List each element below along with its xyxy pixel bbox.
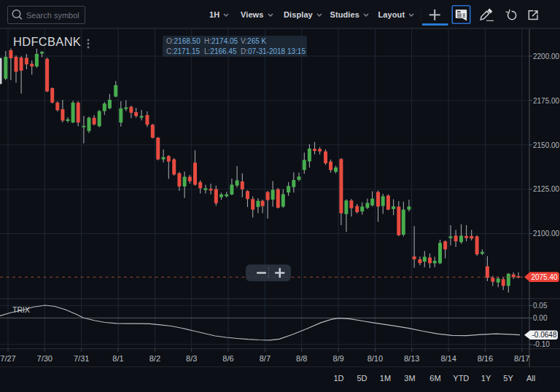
svg-text:8/3: 8/3: [186, 354, 197, 363]
svg-text:8/13: 8/13: [404, 354, 419, 363]
svg-text:-0.10: -0.10: [533, 340, 550, 348]
svg-text:TRIX: TRIX: [12, 305, 30, 314]
svg-text:8/16: 8/16: [478, 354, 493, 363]
svg-text:2125.00: 2125.00: [533, 185, 560, 193]
svg-text:2175.00: 2175.00: [533, 97, 560, 105]
svg-text:8/6: 8/6: [222, 354, 233, 363]
svg-text:0.05: 0.05: [533, 302, 548, 310]
svg-text:8/1: 8/1: [112, 354, 123, 363]
svg-text:-0.0648: -0.0648: [532, 331, 557, 339]
svg-text:8/17: 8/17: [514, 354, 529, 363]
svg-text:8/14: 8/14: [440, 354, 456, 363]
svg-text:7/30: 7/30: [37, 354, 52, 363]
svg-text:8/10: 8/10: [368, 354, 383, 363]
svg-text:2150.00: 2150.00: [533, 141, 560, 149]
svg-text:7/31: 7/31: [74, 354, 89, 363]
svg-text:8/9: 8/9: [332, 354, 343, 363]
svg-text:2075.40: 2075.40: [531, 273, 558, 281]
svg-text:2100.00: 2100.00: [533, 230, 560, 238]
svg-text:2200.00: 2200.00: [533, 52, 560, 60]
svg-text:8/7: 8/7: [260, 354, 271, 363]
svg-text:7/27: 7/27: [0, 354, 15, 363]
svg-text:8/8: 8/8: [296, 354, 307, 363]
svg-text:8/2: 8/2: [149, 354, 160, 363]
svg-text:0.00: 0.00: [533, 314, 548, 322]
